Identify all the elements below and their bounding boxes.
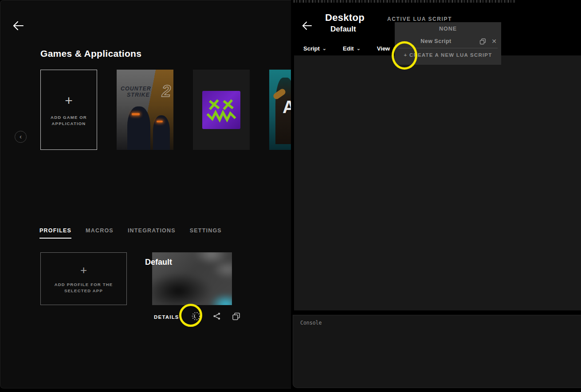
create-new-lua-script-button[interactable]: + CREATE A NEW LUA SCRIPT <box>395 52 501 58</box>
section-tabs: PROFILES MACROS INTEGRATIONS SETTINGS <box>39 227 222 239</box>
add-game-label-line1: ADD GAME OR <box>51 114 87 121</box>
code-editor-area[interactable] <box>294 55 581 310</box>
game-tile-purple-graffiti[interactable] <box>193 70 250 150</box>
duplicate-script-button[interactable] <box>479 38 486 47</box>
tab-integrations[interactable]: INTEGRATIONS <box>128 227 176 239</box>
cs2-number: 2 <box>162 82 171 101</box>
game-tile-counter-strike-2[interactable]: COUNTER STRIKE 2 <box>117 70 173 150</box>
dropdown-option-new-script[interactable]: New Script <box>395 38 477 44</box>
active-lua-script-dropdown: NONE New Script ✕ + CREATE A NEW LUA SCR… <box>395 22 501 65</box>
add-profile-tile[interactable]: + ADD PROFILE FOR THE SELECTED APP <box>40 252 127 305</box>
teal-title-letter: A <box>283 97 291 117</box>
chevron-down-icon: ⌄ <box>357 46 361 51</box>
page-title: Games & Applications <box>40 48 141 59</box>
chevron-down-icon: ⌄ <box>322 46 326 51</box>
share-button[interactable] <box>213 312 221 322</box>
menu-view[interactable]: View <box>377 45 390 52</box>
close-icon: ✕ <box>491 38 497 45</box>
tab-macros[interactable]: MACROS <box>86 227 114 239</box>
dropdown-divider <box>398 48 498 48</box>
copy-icon <box>232 312 240 322</box>
console-label: Console <box>300 320 322 326</box>
graffiti-artwork <box>202 91 240 129</box>
plus-icon: + <box>65 93 73 108</box>
console-panel[interactable]: Console <box>293 315 581 388</box>
menu-script[interactable]: Script ⌄ <box>303 45 326 52</box>
plus-icon: + <box>80 263 87 277</box>
gear-icon <box>191 311 201 323</box>
cs2-logo-text: COUNTER STRIKE <box>121 86 151 98</box>
background-window-titlebar-fragment <box>294 0 515 3</box>
editor-menubar: Script ⌄ Edit ⌄ View <box>303 45 390 52</box>
delete-script-button[interactable]: ✕ <box>491 38 497 45</box>
game-tile-teal[interactable]: A <box>269 70 291 150</box>
dropdown-option-none[interactable]: NONE <box>395 26 501 32</box>
add-game-tile[interactable]: + ADD GAME OR APPLICATION <box>40 70 97 150</box>
menu-edit[interactable]: Edit ⌄ <box>343 45 361 52</box>
editor-subtitle: Default <box>330 25 356 34</box>
add-profile-label-line1: ADD PROFILE FOR THE <box>55 282 113 288</box>
share-icon <box>213 312 221 322</box>
tab-settings[interactable]: SETTINGS <box>190 227 222 239</box>
lua-script-editor-window: Desktop Default ACTIVE LUA SCRIPT Script… <box>291 4 581 388</box>
copy-icon <box>479 38 486 47</box>
duplicate-profile-button[interactable] <box>232 312 240 322</box>
cs2-visor-glow <box>157 121 163 122</box>
details-button[interactable]: DETAILS <box>154 314 179 320</box>
ghub-main-window: Games & Applications ‹ + ADD GAME OR APP… <box>0 0 291 388</box>
cs2-visor-glow <box>132 113 140 115</box>
chevron-left-icon: ‹ <box>20 133 22 140</box>
carousel-left-button[interactable]: ‹ <box>15 131 27 143</box>
profile-settings-button[interactable] <box>191 311 201 323</box>
add-game-label-line2: APPLICATION <box>52 121 86 127</box>
tab-profiles[interactable]: PROFILES <box>39 227 71 239</box>
dropdown-option-new-script-row: New Script ✕ <box>395 37 501 47</box>
back-arrow-icon <box>302 21 312 31</box>
add-profile-label-line2: SELECTED APP <box>64 288 103 294</box>
editor-back-button[interactable] <box>302 21 312 31</box>
active-lua-script-label[interactable]: ACTIVE LUA SCRIPT <box>387 16 452 22</box>
back-button[interactable] <box>12 20 24 31</box>
editor-title: Desktop <box>325 12 365 24</box>
profile-actions-row: DETAILS <box>154 311 240 323</box>
back-arrow-icon <box>12 20 24 31</box>
profile-name: Default <box>145 258 172 267</box>
